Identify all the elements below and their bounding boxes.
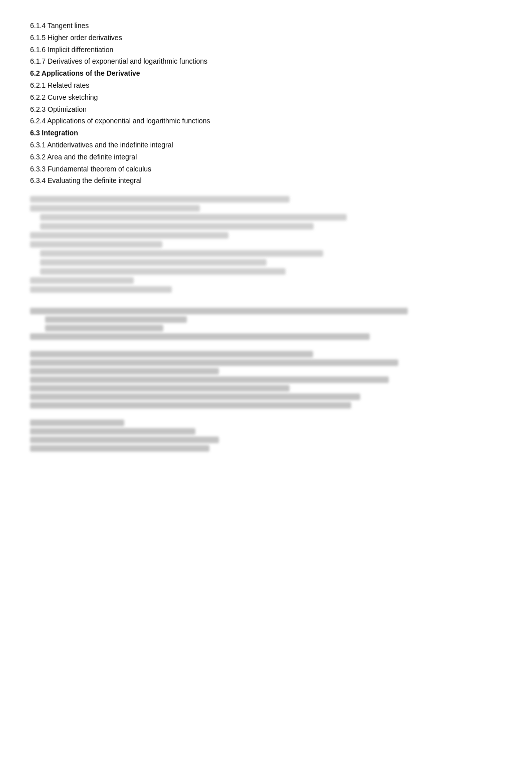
toc-item-6-1-5: 6.1.5 Higher order derivatives [30,32,502,44]
blurred-para-2 [30,351,502,409]
toc-item-6-2-4: 6.2.4 Applications of exponential and lo… [30,115,502,127]
toc-item-6-2-3: 6.2.3 Optimization [30,104,502,116]
toc-item-6-1-4: 6.1.4 Tangent lines [30,20,502,32]
blurred-content-1 [30,196,502,293]
toc-item-6-3-4: 6.3.4 Evaluating the definite integral [30,175,502,187]
toc-item-6-2: 6.2 Applications of the Derivative [30,68,502,80]
blurred-para-1 [30,308,502,340]
toc-container: 6.1.4 Tangent lines 6.1.5 Higher order d… [30,20,502,187]
toc-item-6-3: 6.3 Integration [30,127,502,139]
blurred-para-3 [30,420,502,452]
toc-item-6-2-1: 6.2.1 Related rates [30,80,502,92]
toc-item-6-1-7: 6.1.7 Derivatives of exponential and log… [30,56,502,68]
toc-item-6-3-1: 6.3.1 Antiderivatives and the indefinite… [30,139,502,151]
toc-item-6-2-2: 6.2.2 Curve sketching [30,92,502,104]
toc-item-6-3-2: 6.3.2 Area and the definite integral [30,151,502,163]
toc-item-6-3-3: 6.3.3 Fundamental theorem of calculus [30,163,502,175]
toc-item-6-1-6: 6.1.6 Implicit differentiation [30,44,502,56]
